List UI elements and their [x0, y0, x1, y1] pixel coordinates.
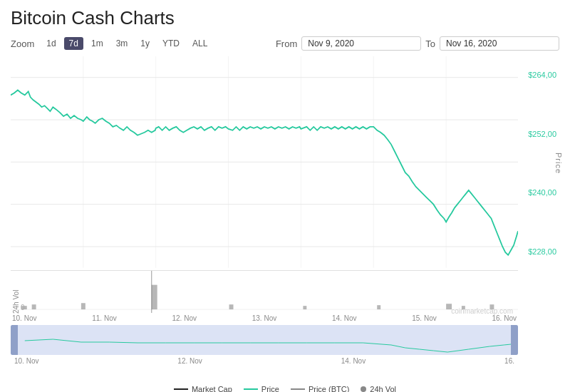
legend-price-btc-icon	[291, 388, 305, 390]
legend-24h-vol-icon	[361, 386, 366, 392]
page-title: Bitcoin Cash Charts	[11, 7, 559, 29]
legend-market-cap: Market Cap	[174, 385, 232, 392]
volume-chart-area: 24h Vol 0	[11, 270, 518, 313]
x-label-16nov: 16. Nov	[492, 314, 517, 322]
volume-chart-svg	[11, 271, 518, 313]
legend: Market Cap Price Price (BTC) 24h Vol	[11, 385, 559, 392]
legend-market-cap-label: Market Cap	[192, 385, 232, 392]
x-label-13nov: 13. Nov	[252, 314, 276, 322]
price-chart-area	[11, 56, 518, 268]
zoom-section: Zoom 1d 7d 1m 3m 1y YTD ALL	[11, 37, 212, 50]
svg-rect-19	[377, 305, 380, 309]
zoom-1y[interactable]: 1y	[135, 37, 155, 50]
x-label-11nov: 11. Nov	[92, 314, 116, 322]
x-label-15nov: 15. Nov	[412, 314, 436, 322]
x-label-10nov: 10. Nov	[12, 314, 36, 322]
x-axis: 10. Nov 11. Nov 12. Nov 13. Nov 14. Nov …	[11, 314, 518, 322]
volume-section: 24h Vol 0	[11, 270, 559, 313]
zoom-7d[interactable]: 7d	[64, 37, 83, 50]
nav-x-label-12nov: 12. Nov	[177, 357, 202, 365]
svg-rect-14	[81, 303, 86, 309]
legend-price: Price	[244, 385, 279, 392]
to-label: To	[425, 38, 435, 49]
zoom-1d[interactable]: 1d	[41, 37, 61, 50]
svg-rect-17	[229, 304, 234, 309]
svg-rect-18	[303, 306, 306, 309]
watermark: coinmarketcap.com	[451, 307, 513, 315]
price-axis-title: Price	[554, 153, 563, 174]
controls-row: Zoom 1d 7d 1m 3m 1y YTD ALL From To	[11, 36, 559, 51]
nav-x-label-16: 16.	[504, 357, 514, 365]
to-date-input[interactable]	[440, 36, 559, 51]
price-label-264: $264,00	[528, 71, 556, 79]
x-label-12nov: 12. Nov	[172, 314, 197, 322]
price-label-252: $252,00	[528, 130, 556, 138]
navigator-svg	[11, 325, 518, 355]
nav-x-axis: 10. Nov 12. Nov 14. Nov 16.	[11, 357, 518, 365]
date-range: From To	[276, 36, 559, 51]
legend-24h-vol: 24h Vol	[361, 385, 396, 392]
price-line	[11, 90, 518, 254]
zoom-all[interactable]: ALL	[187, 37, 212, 50]
nav-handle-right[interactable]	[511, 325, 518, 355]
zoom-label: Zoom	[11, 38, 34, 49]
chart-and-price: $264,00 $252,00 $240,00 $228,00 Price	[11, 56, 559, 270]
nav-handle-left[interactable]	[11, 325, 18, 355]
vol-zero: 0	[21, 304, 25, 311]
x-label-14nov: 14. Nov	[332, 314, 356, 322]
zoom-ytd[interactable]: YTD	[157, 37, 185, 50]
vol-axis-label: 24h Vol	[12, 271, 20, 314]
price-chart-svg	[11, 56, 518, 268]
price-label-228: $228,00	[528, 247, 556, 256]
price-y-axis: $264,00 $252,00 $240,00 $228,00 Price	[518, 56, 559, 270]
svg-rect-23	[11, 325, 518, 355]
legend-price-icon	[244, 388, 258, 390]
svg-rect-13	[32, 304, 36, 309]
svg-rect-15	[152, 285, 157, 309]
legend-price-btc-label: Price (BTC)	[309, 385, 349, 392]
legend-price-btc: Price (BTC)	[291, 385, 349, 392]
price-label-240: $240,00	[528, 188, 556, 197]
legend-24h-vol-label: 24h Vol	[370, 385, 396, 392]
nav-x-label-14nov: 14. Nov	[341, 357, 366, 365]
chart-wrapper: $264,00 $252,00 $240,00 $228,00 Price 24…	[11, 56, 559, 365]
zoom-1m[interactable]: 1m	[86, 37, 108, 50]
from-date-input[interactable]	[301, 36, 421, 51]
zoom-3m[interactable]: 3m	[111, 37, 133, 50]
vol-y-spacer	[518, 270, 559, 313]
from-label: From	[276, 38, 297, 49]
navigator	[11, 325, 518, 355]
legend-market-cap-icon	[174, 388, 188, 390]
nav-x-label-10nov: 10. Nov	[14, 357, 38, 365]
legend-price-label: Price	[261, 385, 279, 392]
